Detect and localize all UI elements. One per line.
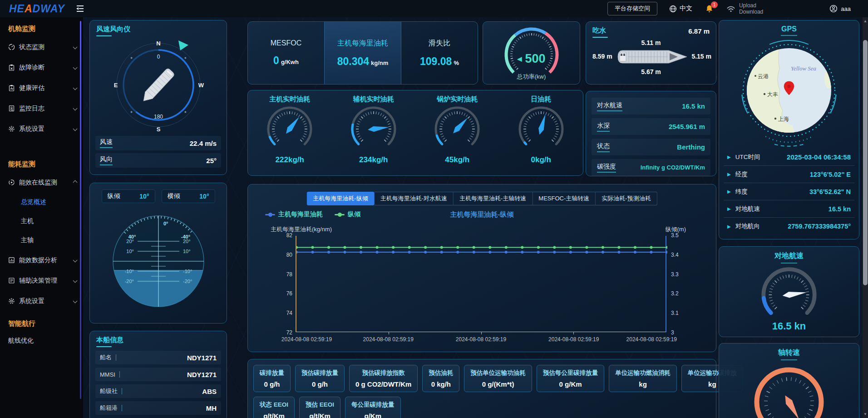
total-power-label: 总功率(kw)	[483, 73, 580, 81]
map-city-shanghai: 上海	[778, 116, 789, 122]
pointer-icon: ◀	[517, 55, 522, 62]
chart-plot-area	[296, 236, 666, 332]
gauge-daily-fuel: 日油耗 0kg/h	[499, 95, 583, 175]
legend-trim[interactable]: 纵倾	[335, 210, 360, 219]
map-city-yungang: 云港	[758, 73, 769, 80]
kpi-fuel-per-nm[interactable]: 主机每海里油耗80.304kg/nm	[324, 22, 401, 84]
compass-south: S	[156, 126, 160, 133]
sidebar-subitem-main-engine[interactable]: 主机	[0, 212, 83, 231]
gauge-aux-engine-fuel: 辅机实时油耗 234kg/h	[332, 95, 416, 175]
sidebar-subitem-overview[interactable]: 总览概述	[0, 193, 83, 212]
sidebar-item-energy-online[interactable]: 能效在线监测	[0, 172, 83, 193]
sog-gauge	[755, 264, 824, 321]
tab-mesfoc-shaft[interactable]: MESFOC-主轴转速	[533, 192, 596, 205]
user-menu[interactable]: aaa	[829, 5, 851, 13]
upload-download[interactable]: UploadDownload	[726, 2, 763, 15]
draft-bottom: 5.67 m	[586, 68, 716, 75]
chart-legend: 主机每海里油耗 纵倾	[265, 210, 360, 219]
longitude-row: ▶经度123°6'5.02" E	[724, 166, 854, 183]
nav-info-panel: 对水航速16.5 kn 水深2545.961 m 状态Berthing 碳强度I…	[586, 91, 716, 176]
latitude-row: ▶纬度33°6'52.62" N	[724, 183, 854, 200]
arrow-icon: ▶	[727, 154, 731, 159]
sidebar-item-fault-diagnosis[interactable]: 故障诊断	[0, 57, 83, 78]
chart-icon	[8, 257, 15, 264]
menu-collapse-icon[interactable]	[75, 4, 85, 14]
fuel-gauge-3	[432, 104, 483, 154]
sidebar-group-energy: 能耗监测	[0, 154, 83, 172]
heel-badge: 横倾10°	[162, 189, 215, 203]
dial-icon	[8, 44, 15, 50]
compass-east: E	[113, 82, 118, 89]
sidebar-scrollbar[interactable]	[80, 21, 81, 399]
legend-fuel[interactable]: 主机每海里油耗	[265, 210, 323, 219]
gps-panel: GPS Yellow Sea 云港 大丰 京 上海	[719, 20, 859, 239]
notification-badge: 1	[711, 1, 718, 8]
draft-top-right: 6.87 m	[688, 27, 710, 35]
stat-est-fuel: 预估油耗0 kg/h	[422, 365, 459, 392]
tab-actual-predict[interactable]: 实际油耗-预测油耗	[596, 192, 657, 205]
wind-speed-row: 风速22.4 m/s	[95, 136, 221, 150]
ship-top-view	[140, 68, 175, 104]
gear-icon	[8, 125, 15, 132]
compass-north: N	[156, 40, 160, 47]
incl-right-10: 10°	[183, 249, 191, 254]
storage-space-button[interactable]: 平台存储空间	[607, 2, 657, 15]
compass-0: 0	[157, 54, 160, 60]
tab-fuel-shaft[interactable]: 主机每海里油耗-主轴转速	[454, 192, 533, 205]
emission-stats-panel: 碳排放量0 g/h 预估碳排放量0 g/h 预估碳排放指数0 g CO2/DWT…	[247, 359, 716, 418]
trim-badge: 纵倾10°	[102, 189, 155, 203]
kpi-slip-ratio[interactable]: 滑失比109.08%	[401, 22, 478, 84]
wind-direction-row: 风向25°	[95, 153, 221, 168]
stat-est-eeoi: 预估 EEOIg/t/Km	[299, 397, 340, 418]
sidebar-group-smart-nav: 智能航行	[0, 314, 83, 332]
language-switch[interactable]: 中文	[669, 5, 692, 13]
incl-left-n20: -20°	[124, 279, 133, 284]
sidebar-item-monitor-log[interactable]: 监控日志	[0, 98, 83, 119]
sog-row: ▶对地航速16.5 kn	[724, 200, 854, 218]
sog-gauge-panel: 对地航速 16.5 kn	[719, 246, 859, 337]
wifi-icon	[726, 5, 735, 13]
sidebar-item-status-monitor[interactable]: 状态监测	[0, 37, 83, 57]
sidebar-subitem-main-shaft[interactable]: 主轴	[0, 231, 83, 250]
kpi-panel: MESFOC0g/Kwh 主机每海里油耗80.304kg/nm 滑失比109.0…	[247, 21, 478, 85]
arrow-icon: ▶	[727, 206, 731, 211]
tab-fuel-trim[interactable]: 主机每海里油耗-纵倾	[306, 192, 374, 205]
stat-status-eeoi: 状态 EEOIg/t/Km	[253, 397, 295, 418]
clipboard-pulse-icon	[8, 85, 15, 91]
gps-data-rows: ▶UTC时间2025-03-04 06:34:58 ▶经度123°6'5.02"…	[724, 149, 854, 235]
globe-icon	[669, 5, 677, 13]
gauge-boiler-fuel: 锅炉实时油耗 45kg/h	[415, 95, 499, 175]
gear-icon	[8, 298, 15, 304]
stat-est-carbon-emission: 预估碳排放量0 g/h	[295, 365, 345, 392]
shaft-gauge-panel: 轴转速	[719, 343, 859, 418]
sidebar-item-route-optimize[interactable]: 航线优化	[0, 332, 83, 350]
speed-through-water-row: 对水航速16.5 kn	[592, 98, 710, 114]
top-bar: HEADWAY 平台存储空间 中文 1 UploadDownload aaa	[0, 0, 868, 17]
sidebar-item-system-settings-2[interactable]: 系统设置	[0, 291, 83, 311]
scroll-down-icon[interactable]: ▼	[863, 412, 868, 416]
sidebar-item-health-assess[interactable]: 健康评估	[0, 78, 83, 98]
draft-ship-icon	[614, 47, 691, 66]
scroll-up-icon[interactable]: ▲	[863, 19, 868, 23]
stats-row-2: 状态 EEOIg/t/Km 预估 EEOIg/t/Km 每公里碳排放量g/Km	[253, 397, 401, 418]
donut-icon	[8, 179, 15, 186]
draft-panel: 吃水 6.87 m 5.11 m 8.59 m 5.15 m 5.67 m	[586, 21, 716, 85]
scrollbar-thumb[interactable]	[863, 40, 868, 285]
tab-fuel-stw[interactable]: 主机每海里油耗-对水航速	[375, 192, 454, 205]
draft-top: 5.11 m	[586, 39, 716, 46]
sidebar-item-decision-mgmt[interactable]: 辅助决策管理	[0, 270, 83, 291]
mmsi-row: MMSINDY1271	[95, 368, 221, 381]
water-depth-row: 水深2545.961 m	[592, 118, 710, 135]
draft-right: 5.15 m	[691, 53, 711, 60]
kpi-mesfoc[interactable]: MESFOC0g/Kwh	[248, 22, 324, 84]
home-port-row: 船籍港MH	[95, 401, 221, 415]
inclinometer: 0° 40° -40° 20° 10° -10° -20° 20° 10° -1…	[104, 207, 213, 316]
stats-row-1: 碳排放量0 g/h 预估碳排放量0 g/h 预估碳排放指数0 g CO2/DWT…	[253, 365, 743, 392]
y2-axis-ticks: 3.53.43.33.23.13	[671, 232, 679, 336]
sog-value: 16.5 kn	[719, 320, 859, 332]
wind-panel-title: 风速风向仪	[96, 25, 130, 36]
sidebar-item-energy-analysis[interactable]: 能效数据分析	[0, 250, 83, 270]
ship-name-row: 船名NDY1271	[95, 351, 221, 364]
notification-bell[interactable]: 1	[705, 5, 714, 13]
sidebar-item-system-settings[interactable]: 系统设置	[0, 119, 83, 139]
